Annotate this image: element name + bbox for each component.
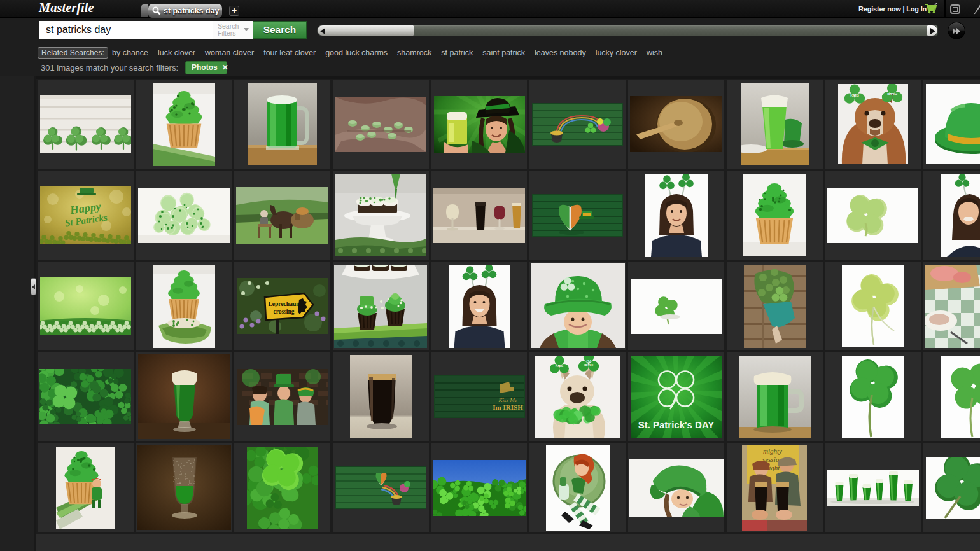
svg-text:IRISH: IRISH — [584, 363, 594, 367]
svg-text:KISS: KISS — [556, 364, 564, 368]
svg-text:St. Patrick's DAY: St. Patrick's DAY — [638, 419, 715, 430]
svg-text:Leprechaun: Leprechaun — [269, 301, 300, 307]
svg-text:KISS: KISS — [850, 94, 859, 97]
svg-text:IRISH: IRISH — [887, 92, 897, 96]
svg-text:Kiss Me: Kiss Me — [498, 397, 517, 403]
svg-text:Im IRISH: Im IRISH — [493, 403, 523, 411]
svg-text:crossing: crossing — [273, 309, 294, 315]
svg-text:mighty: mighty — [763, 447, 782, 455]
